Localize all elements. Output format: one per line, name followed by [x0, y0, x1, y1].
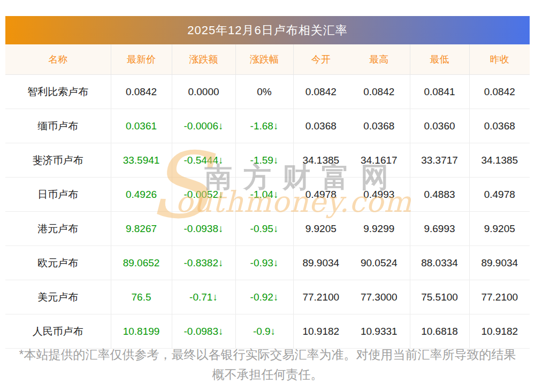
cell-prev_close: 0.4978: [469, 178, 530, 212]
disclaimer-line-1: *本站提供的汇率仅供参考，最终以各银行实际交易汇率为准。对使用当前汇率所导致的结…: [0, 345, 535, 365]
cell-change_pct: -0.9↓: [235, 314, 293, 349]
cell-low: 0.4883: [410, 178, 469, 212]
column-header-change-pct: 涨跌幅: [235, 44, 293, 75]
cell-name: 美元卢布: [5, 280, 111, 314]
cell-change_pct: -1.68↓: [235, 109, 293, 143]
table-row: 缅币卢布0.0361-0.0006↓-1.68↓0.03680.03680.03…: [5, 109, 530, 143]
table-row: 欧元卢布89.0652-0.8382↓-0.93↓89.903490.05248…: [5, 246, 530, 280]
column-header-change: 涨跌额: [172, 44, 235, 75]
cell-change: -0.0983↓: [172, 314, 235, 349]
cell-prev_close: 77.2100: [469, 280, 530, 314]
page-title: 2025年12月6日卢布相关汇率: [187, 22, 348, 39]
cell-high: 0.0842: [348, 75, 410, 109]
cell-low: 33.3717: [410, 143, 469, 178]
cell-latest: 76.5: [111, 280, 172, 314]
table-row: 美元卢布76.5-0.71↓-0.92↓77.210077.300075.510…: [5, 280, 530, 314]
cell-high: 0.0368: [348, 109, 410, 143]
exchange-rate-table: 名称 最新价 涨跌额 涨跌幅 今开 最高 最低 昨收 智利比索卢布0.08420…: [5, 44, 530, 349]
cell-change_pct: -0.95↓: [235, 212, 293, 246]
cell-open: 77.2100: [293, 280, 348, 314]
cell-open: 10.9182: [293, 314, 348, 349]
cell-latest: 89.0652: [111, 246, 172, 280]
cell-prev_close: 34.1385: [469, 143, 530, 178]
disclaimer-line-2: 概不承担任何责任。: [0, 365, 535, 385]
cell-change: -0.0938↓: [172, 212, 235, 246]
cell-high: 90.0524: [348, 246, 410, 280]
cell-low: 0.0360: [410, 109, 469, 143]
cell-change_pct: -0.92↓: [235, 280, 293, 314]
cell-latest: 0.0842: [111, 75, 172, 109]
cell-low: 10.6818: [410, 314, 469, 349]
cell-change: -0.0052↓: [172, 178, 235, 212]
cell-open: 9.9205: [293, 212, 348, 246]
cell-change: -0.0006↓: [172, 109, 235, 143]
cell-name: 缅币卢布: [5, 109, 111, 143]
table-row: 港元卢布9.8267-0.0938↓-0.95↓9.92059.92999.69…: [5, 212, 530, 246]
cell-change: -0.71↓: [172, 280, 235, 314]
cell-name: 港元卢布: [5, 212, 111, 246]
cell-latest: 33.5941: [111, 143, 172, 178]
cell-name: 日币卢布: [5, 178, 111, 212]
cell-latest: 0.4926: [111, 178, 172, 212]
cell-name: 欧元卢布: [5, 246, 111, 280]
cell-change_pct: 0%: [235, 75, 293, 109]
cell-latest: 0.0361: [111, 109, 172, 143]
cell-open: 0.4978: [293, 178, 348, 212]
cell-prev_close: 10.9182: [469, 314, 530, 349]
cell-name: 智利比索卢布: [5, 75, 111, 109]
cell-high: 77.3000: [348, 280, 410, 314]
cell-open: 0.0368: [293, 109, 348, 143]
cell-name: 斐济币卢布: [5, 143, 111, 178]
cell-prev_close: 0.0368: [469, 109, 530, 143]
cell-open: 89.9034: [293, 246, 348, 280]
cell-latest: 9.8267: [111, 212, 172, 246]
cell-high: 9.9299: [348, 212, 410, 246]
cell-high: 34.1617: [348, 143, 410, 178]
cell-prev_close: 0.0842: [469, 75, 530, 109]
cell-change: -0.5444↓: [172, 143, 235, 178]
table-title-bar: 2025年12月6日卢布相关汇率: [5, 16, 530, 44]
table-row: 智利比索卢布0.08420.00000%0.08420.08420.08410.…: [5, 75, 530, 109]
table-body: 智利比索卢布0.08420.00000%0.08420.08420.08410.…: [5, 75, 530, 349]
table-row: 日币卢布0.4926-0.0052↓-1.04↓0.49780.49930.48…: [5, 178, 530, 212]
table-row: 斐济币卢布33.5941-0.5444↓-1.59↓34.138534.1617…: [5, 143, 530, 178]
column-header-name: 名称: [5, 44, 111, 75]
header-row: 名称 最新价 涨跌额 涨跌幅 今开 最高 最低 昨收: [5, 44, 530, 75]
cell-prev_close: 89.9034: [469, 246, 530, 280]
column-header-high: 最高: [348, 44, 410, 75]
cell-high: 0.4993: [348, 178, 410, 212]
table-header: 名称 最新价 涨跌额 涨跌幅 今开 最高 最低 昨收: [5, 44, 530, 75]
cell-open: 34.1385: [293, 143, 348, 178]
cell-change_pct: -1.04↓: [235, 178, 293, 212]
cell-change: 0.0000: [172, 75, 235, 109]
table-row: 人民币卢布10.8199-0.0983↓-0.9↓10.918210.93311…: [5, 314, 530, 349]
disclaimer-text: *本站提供的汇率仅供参考，最终以各银行实际交易汇率为准。对使用当前汇率所导致的结…: [0, 345, 535, 385]
cell-change_pct: -0.93↓: [235, 246, 293, 280]
column-header-open: 今开: [293, 44, 348, 75]
cell-name: 人民币卢布: [5, 314, 111, 349]
cell-low: 75.5100: [410, 280, 469, 314]
cell-high: 10.9331: [348, 314, 410, 349]
cell-low: 0.0841: [410, 75, 469, 109]
cell-open: 0.0842: [293, 75, 348, 109]
column-header-latest: 最新价: [111, 44, 172, 75]
cell-prev_close: 9.9205: [469, 212, 530, 246]
cell-low: 88.0334: [410, 246, 469, 280]
cell-latest: 10.8199: [111, 314, 172, 349]
cell-change: -0.8382↓: [172, 246, 235, 280]
cell-change_pct: -1.59↓: [235, 143, 293, 178]
column-header-low: 最低: [410, 44, 469, 75]
cell-low: 9.6993: [410, 212, 469, 246]
column-header-prev-close: 昨收: [469, 44, 530, 75]
